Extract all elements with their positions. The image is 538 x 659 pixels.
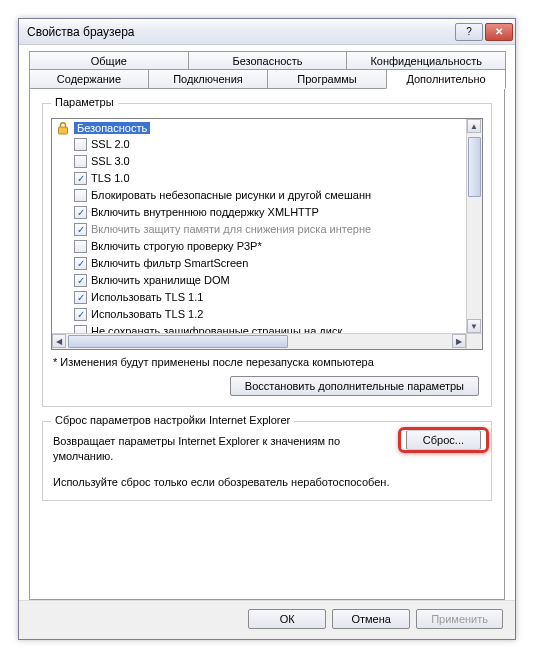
tab-security-main[interactable]: Безопасность (188, 51, 348, 70)
list-item[interactable]: SSL 3.0 (74, 153, 464, 169)
list-item[interactable]: ✓Использовать TLS 1.2 (74, 306, 464, 322)
list-item[interactable]: ✓Включить хранилище DOM (74, 272, 464, 288)
scroll-right-button[interactable]: ▶ (452, 334, 466, 348)
tabs-row-2: Содержание Подключения Программы Дополни… (29, 69, 505, 89)
list-item[interactable]: ✓Использовать TLS 1.1 (74, 289, 464, 305)
dialog-footer: ОК Отмена Применить (19, 600, 515, 639)
checkbox[interactable] (74, 189, 87, 202)
list-item[interactable]: Включить строгую проверку P3P* (74, 238, 464, 254)
scroll-thumb-v[interactable] (468, 137, 481, 197)
tab-panel-advanced: Параметры Безопасность SS (29, 88, 505, 600)
tab-connections[interactable]: Подключения (148, 69, 268, 89)
close-button[interactable]: ✕ (485, 23, 513, 41)
tab-programs[interactable]: Программы (267, 69, 387, 89)
list-item-label: Использовать TLS 1.1 (91, 291, 203, 303)
settings-group-label: Параметры (51, 96, 118, 108)
list-item[interactable]: ✓Включить внутреннюю поддержку XMLHTTP (74, 204, 464, 220)
scroll-down-button[interactable]: ▼ (467, 319, 481, 333)
list-item-label: TLS 1.0 (91, 172, 130, 184)
tabs-row-1: Общие Безопасность Конфиденциальность (29, 51, 505, 70)
reset-group: Сброс параметров настройки Internet Expl… (42, 421, 492, 501)
reset-hint: Используйте сброс только если обозревате… (53, 476, 481, 488)
checkbox[interactable] (74, 325, 87, 334)
checkbox[interactable] (74, 240, 87, 253)
scroll-up-button[interactable]: ▲ (467, 119, 481, 133)
list-item-label: Включить защиту памяти для снижения риск… (91, 223, 371, 235)
checkbox[interactable]: ✓ (74, 291, 87, 304)
checkbox[interactable] (74, 155, 87, 168)
list-item-label: Включить фильтр SmartScreen (91, 257, 248, 269)
reset-button[interactable]: Сброс... (406, 430, 481, 450)
list-item-label: Блокировать небезопасные рисунки и друго… (91, 189, 371, 201)
checkbox[interactable]: ✓ (74, 206, 87, 219)
list-item[interactable]: ✓Включить фильтр SmartScreen (74, 255, 464, 271)
reset-group-label: Сброс параметров настройки Internet Expl… (51, 414, 294, 426)
apply-button[interactable]: Применить (416, 609, 503, 629)
list-item-label: SSL 3.0 (91, 155, 130, 167)
ok-button[interactable]: ОК (248, 609, 326, 629)
category-security[interactable]: Безопасность (56, 121, 464, 135)
list-item[interactable]: Блокировать небезопасные рисунки и друго… (74, 187, 464, 203)
tab-privacy[interactable]: Конфиденциальность (346, 51, 506, 70)
checkbox[interactable]: ✓ (74, 223, 87, 236)
reset-description: Возвращает параметры Internet Explorer к… (53, 434, 396, 464)
category-label: Безопасность (74, 122, 150, 134)
list-item[interactable]: Не сохранять зашифрованные страницы на д… (74, 323, 464, 333)
window-title: Свойства браузера (27, 25, 455, 39)
list-item[interactable]: ✓TLS 1.0 (74, 170, 464, 186)
tab-general[interactable]: Общие (29, 51, 189, 70)
list-item-label: Включить хранилище DOM (91, 274, 230, 286)
checkbox[interactable] (74, 138, 87, 151)
restore-defaults-button[interactable]: Восстановить дополнительные параметры (230, 376, 479, 396)
settings-listbox: Безопасность SSL 2.0SSL 3.0✓TLS 1.0Блоки… (51, 118, 483, 350)
tab-advanced[interactable]: Дополнительно (386, 69, 506, 89)
lock-icon (56, 121, 70, 135)
scroll-corner (466, 333, 482, 349)
list-item-label: Включить строгую проверку P3P* (91, 240, 262, 252)
checkbox[interactable]: ✓ (74, 274, 87, 287)
restart-note: * Изменения будут применены после переза… (53, 356, 481, 368)
scroll-thumb-h[interactable] (68, 335, 288, 348)
checkbox[interactable]: ✓ (74, 308, 87, 321)
settings-list[interactable]: Безопасность SSL 2.0SSL 3.0✓TLS 1.0Блоки… (52, 119, 466, 333)
svg-rect-0 (59, 127, 68, 134)
checkbox[interactable]: ✓ (74, 172, 87, 185)
scroll-left-button[interactable]: ◀ (52, 334, 66, 348)
list-item-label: Не сохранять зашифрованные страницы на д… (91, 325, 342, 333)
help-button[interactable]: ? (455, 23, 483, 41)
list-item-label: Включить внутреннюю поддержку XMLHTTP (91, 206, 319, 218)
settings-group: Параметры Безопасность SS (42, 103, 492, 407)
list-item[interactable]: ✓Включить защиту памяти для снижения рис… (74, 221, 464, 237)
scrollbar-vertical[interactable]: ▲ ▼ (466, 119, 482, 333)
dialog-window: Свойства браузера ? ✕ Общие Безопасность… (18, 18, 516, 640)
list-item-label: SSL 2.0 (91, 138, 130, 150)
tab-content[interactable]: Содержание (29, 69, 149, 89)
scrollbar-horizontal[interactable]: ◀ ▶ (52, 333, 466, 349)
list-item-label: Использовать TLS 1.2 (91, 308, 203, 320)
checkbox[interactable]: ✓ (74, 257, 87, 270)
titlebar[interactable]: Свойства браузера ? ✕ (19, 19, 515, 45)
cancel-button[interactable]: Отмена (332, 609, 410, 629)
list-item[interactable]: SSL 2.0 (74, 136, 464, 152)
